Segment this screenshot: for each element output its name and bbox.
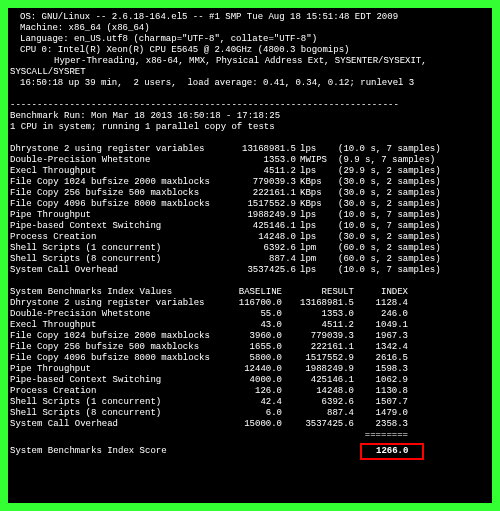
- index-result: 425146.1: [282, 375, 354, 386]
- benchmark-unit: lps: [296, 210, 330, 221]
- benchmark-row: Pipe-based Context Switching425146.1lps(…: [10, 221, 490, 232]
- index-baseline: 126.0: [226, 386, 282, 397]
- cpu-features-line: Hyper-Threading, x86-64, MMX, Physical A…: [10, 56, 490, 67]
- benchmark-value: 425146.1: [220, 221, 296, 232]
- benchmark-row: Dhrystone 2 using register variables1316…: [10, 144, 490, 155]
- index-row: File Copy 256 bufsize 500 maxblocks1655.…: [10, 342, 490, 353]
- benchmark-row: Process Creation14248.0lps(30.0 s, 2 sam…: [10, 232, 490, 243]
- index-name: Pipe-based Context Switching: [10, 375, 226, 386]
- benchmark-row: System Call Overhead3537425.6lps(10.0 s,…: [10, 265, 490, 276]
- benchmark-time: (10.0 s, 7 samples): [330, 221, 441, 232]
- machine-line: Machine: x86_64 (x86_64): [10, 23, 490, 34]
- index-baseline: 4000.0: [226, 375, 282, 386]
- index-baseline: 1655.0: [226, 342, 282, 353]
- index-result: 14248.0: [282, 386, 354, 397]
- terminal-window: OS: GNU/Linux -- 2.6.18-164.el5 -- #1 SM…: [8, 8, 492, 503]
- benchmark-unit: lps: [296, 166, 330, 177]
- cpu-line: CPU 0: Intel(R) Xeon(R) CPU E5645 @ 2.40…: [10, 45, 490, 56]
- index-name: Shell Scripts (1 concurrent): [10, 397, 226, 408]
- index-row: Execl Throughput43.04511.21049.1: [10, 320, 490, 331]
- benchmark-name: Double-Precision Whetstone: [10, 155, 220, 166]
- benchmark-value: 1353.0: [220, 155, 296, 166]
- index-name: Shell Scripts (8 concurrent): [10, 408, 226, 419]
- benchmark-value: 14248.0: [220, 232, 296, 243]
- index-baseline: 42.4: [226, 397, 282, 408]
- index-header-row: System Benchmarks Index Values BASELINE …: [10, 287, 490, 298]
- benchmark-unit: lps: [296, 221, 330, 232]
- benchmark-results-block: Dhrystone 2 using register variables1316…: [10, 144, 490, 276]
- index-row: Process Creation126.014248.01130.8: [10, 386, 490, 397]
- index-name: File Copy 256 bufsize 500 maxblocks: [10, 342, 226, 353]
- benchmark-name: Dhrystone 2 using register variables: [10, 144, 220, 155]
- language-line: Language: en_US.utf8 (charmap="UTF-8", c…: [10, 34, 490, 45]
- benchmark-row: Execl Throughput4511.2lps(29.9 s, 2 samp…: [10, 166, 490, 177]
- benchmark-name: File Copy 1024 bufsize 2000 maxblocks: [10, 177, 220, 188]
- benchmark-unit: lps: [296, 265, 330, 276]
- benchmark-value: 4511.2: [220, 166, 296, 177]
- benchmark-row: File Copy 1024 bufsize 2000 maxblocks779…: [10, 177, 490, 188]
- benchmark-name: Shell Scripts (1 concurrent): [10, 243, 220, 254]
- index-result: 3537425.6: [282, 419, 354, 430]
- index-baseline: 5800.0: [226, 353, 282, 364]
- benchmark-value: 779039.3: [220, 177, 296, 188]
- index-baseline: 43.0: [226, 320, 282, 331]
- benchmark-time: (10.0 s, 7 samples): [330, 265, 441, 276]
- index-row: File Copy 1024 bufsize 2000 maxblocks396…: [10, 331, 490, 342]
- benchmark-time: (9.9 s, 7 samples): [330, 155, 435, 166]
- benchmark-value: 6392.6: [220, 243, 296, 254]
- benchmark-row: Shell Scripts (1 concurrent)6392.6lpm(60…: [10, 243, 490, 254]
- index-result: 887.4: [282, 408, 354, 419]
- benchmark-value: 887.4: [220, 254, 296, 265]
- index-baseline: 3960.0: [226, 331, 282, 342]
- score-label: System Benchmarks Index Score: [10, 446, 226, 457]
- benchmark-row: Pipe Throughput1988249.9lps(10.0 s, 7 sa…: [10, 210, 490, 221]
- index-row: File Copy 4096 bufsize 8000 maxblocks580…: [10, 353, 490, 364]
- benchmark-time: (10.0 s, 7 samples): [330, 210, 441, 221]
- index-index: 246.0: [354, 309, 408, 320]
- index-result: 4511.2: [282, 320, 354, 331]
- index-baseline: 15000.0: [226, 419, 282, 430]
- score-dashes-row: ========: [10, 430, 490, 441]
- benchmark-unit: lps: [296, 144, 330, 155]
- index-name: File Copy 1024 bufsize 2000 maxblocks: [10, 331, 226, 342]
- index-result: 1517552.9: [282, 353, 354, 364]
- index-header-baseline: BASELINE: [226, 287, 282, 298]
- benchmark-row: Shell Scripts (8 concurrent)887.4lpm(60.…: [10, 254, 490, 265]
- benchmark-name: Process Creation: [10, 232, 220, 243]
- index-header-name: System Benchmarks Index Values: [10, 287, 226, 298]
- index-index: 1507.7: [354, 397, 408, 408]
- benchmark-name: Shell Scripts (8 concurrent): [10, 254, 220, 265]
- benchmark-name: Pipe-based Context Switching: [10, 221, 220, 232]
- index-index: 1342.4: [354, 342, 408, 353]
- benchmark-time: (30.0 s, 2 samples): [330, 188, 441, 199]
- benchmark-time: (30.0 s, 2 samples): [330, 199, 441, 210]
- index-row: Shell Scripts (1 concurrent)42.46392.615…: [10, 397, 490, 408]
- index-row: System Call Overhead15000.03537425.62358…: [10, 419, 490, 430]
- benchmark-value: 222161.1: [220, 188, 296, 199]
- benchmark-value: 1988249.9: [220, 210, 296, 221]
- benchmark-unit: KBps: [296, 188, 330, 199]
- index-result: 13168981.5: [282, 298, 354, 309]
- benchmark-time: (10.0 s, 7 samples): [330, 144, 441, 155]
- syscall-line: SYSCALL/SYSRET: [10, 67, 490, 78]
- index-index: 1062.9: [354, 375, 408, 386]
- benchmark-value: 13168981.5: [220, 144, 296, 155]
- benchmark-name: System Call Overhead: [10, 265, 220, 276]
- benchmark-row: Double-Precision Whetstone1353.0MWIPS(9.…: [10, 155, 490, 166]
- index-name: Execl Throughput: [10, 320, 226, 331]
- index-result: 1988249.9: [282, 364, 354, 375]
- index-index: 1130.8: [354, 386, 408, 397]
- index-row: Pipe-based Context Switching4000.0425146…: [10, 375, 490, 386]
- benchmark-unit: KBps: [296, 199, 330, 210]
- benchmark-row: File Copy 256 bufsize 500 maxblocks22216…: [10, 188, 490, 199]
- benchmark-name: Execl Throughput: [10, 166, 220, 177]
- benchmark-value: 3537425.6: [220, 265, 296, 276]
- index-name: Pipe Throughput: [10, 364, 226, 375]
- benchmark-time: (30.0 s, 2 samples): [330, 177, 441, 188]
- index-header-index: INDEX: [354, 287, 408, 298]
- benchmark-unit: lpm: [296, 243, 330, 254]
- benchmark-unit: lpm: [296, 254, 330, 265]
- index-row: Shell Scripts (8 concurrent)6.0887.41479…: [10, 408, 490, 419]
- index-row: Dhrystone 2 using register variables1167…: [10, 298, 490, 309]
- benchmark-value: 1517552.9: [220, 199, 296, 210]
